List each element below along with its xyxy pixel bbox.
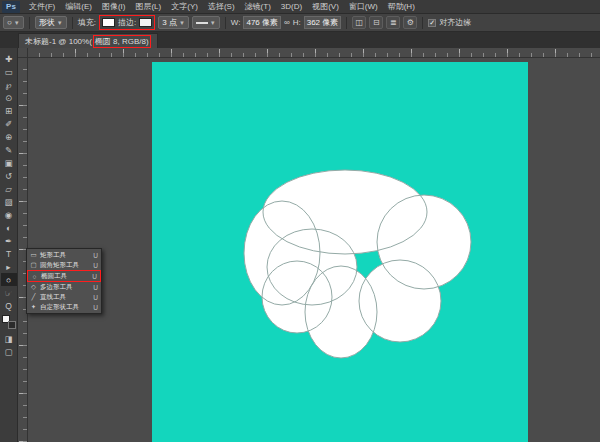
photoshop-logo: Ps: [2, 1, 20, 13]
healing-brush-tool[interactable]: ⊕: [1, 130, 17, 143]
path-operations-icon[interactable]: ◫: [352, 16, 366, 29]
menu-item-filter[interactable]: 滤镜(T): [240, 0, 276, 14]
pasteboard: [28, 58, 600, 442]
align-edges-checkbox[interactable]: ✓: [428, 19, 436, 27]
flyout-item-label: 椭圆工具: [41, 272, 89, 281]
stroke-color-swatch[interactable]: [139, 18, 152, 27]
fill-stroke-annotation-box: 描边:: [99, 15, 155, 30]
chevron-down-icon: ▼: [57, 20, 63, 26]
tool-preset-picker[interactable]: ○ ▼: [3, 16, 24, 29]
menu-item-type[interactable]: 文字(Y): [166, 0, 203, 14]
shortcut-key: U: [93, 294, 98, 301]
flyout-item-ellipse-tool[interactable]: ○ 椭圆工具 U: [27, 270, 101, 282]
menu-item-window[interactable]: 窗口(W): [344, 0, 383, 14]
path-selection-tool[interactable]: ▸: [1, 260, 17, 273]
gear-icon[interactable]: ⚙: [403, 16, 417, 29]
clone-stamp-tool[interactable]: ▣: [1, 156, 17, 169]
chevron-down-icon: ▼: [14, 20, 20, 26]
fill-label: 填充:: [78, 17, 96, 28]
rounded-rectangle-icon: ▢: [30, 261, 37, 269]
screen-mode-button[interactable]: ▢: [1, 345, 17, 358]
marquee-tool[interactable]: ▭: [1, 65, 17, 78]
shape-tools-flyout-menu: ▭ 矩形工具 U ▢ 圆角矩形工具 U ○ 椭圆工具 U ◇ 多边形工具 U ╱…: [26, 248, 102, 314]
shortcut-key: U: [92, 273, 97, 280]
ellipse-tool-icon: ○: [7, 18, 12, 27]
shortcut-key: U: [93, 252, 98, 259]
tool-options-bar: ○ ▼ 形状 ▼ 填充: 描边: 3 点 ▼ ▼ W: 476 像素 ∞ H: …: [0, 14, 600, 32]
align-edges-label: 对齐边缘: [439, 17, 471, 28]
ruler-corner: [18, 48, 28, 58]
document-title-prefix: 未标题-1 @ 100%(: [25, 36, 92, 47]
stroke-width-value: 3 点: [162, 17, 177, 28]
stroke-width-select[interactable]: 3 点 ▼: [158, 16, 189, 29]
history-brush-tool[interactable]: ↺: [1, 169, 17, 182]
blur-tool[interactable]: ◉: [1, 208, 17, 221]
rectangle-icon: ▭: [30, 251, 37, 259]
shortcut-key: U: [93, 304, 98, 311]
zoom-tool[interactable]: Q: [1, 299, 17, 312]
tool-mode-select[interactable]: 形状 ▼: [35, 16, 67, 29]
horizontal-ruler: [28, 48, 600, 58]
stroke-label: 描边:: [118, 17, 136, 28]
quick-mask-button[interactable]: ◨: [1, 332, 17, 345]
flyout-item-polygon-tool[interactable]: ◇ 多边形工具 U: [27, 282, 101, 292]
pen-tool[interactable]: ✒: [1, 234, 17, 247]
menu-item-layer[interactable]: 图层(L): [130, 0, 166, 14]
move-tool[interactable]: ✚: [1, 52, 17, 65]
menu-item-view[interactable]: 视图(V): [307, 0, 344, 14]
menu-bar: Ps 文件(F) 编辑(E) 图像(I) 图层(L) 文字(Y) 选择(S) 滤…: [0, 0, 600, 14]
separator: [346, 17, 347, 29]
menu-item-image[interactable]: 图像(I): [97, 0, 131, 14]
separator: [225, 17, 226, 29]
crop-tool[interactable]: ⊞: [1, 104, 17, 117]
document-tab-bar: 未标题-1 @ 100%( 椭圆 8, RGB/8): [0, 32, 600, 48]
line-icon: ╱: [30, 293, 37, 301]
quick-selection-tool[interactable]: ⊙: [1, 91, 17, 104]
flyout-item-rectangle-tool[interactable]: ▭ 矩形工具 U: [27, 250, 101, 260]
height-input[interactable]: 362 像素: [304, 16, 342, 29]
dodge-tool[interactable]: ◐: [1, 221, 17, 234]
separator: [29, 17, 30, 29]
chevron-down-icon: ▼: [210, 20, 216, 26]
brush-tool[interactable]: ✎: [1, 143, 17, 156]
menu-item-help[interactable]: 帮助(H): [383, 0, 420, 14]
eyedropper-tool[interactable]: ✐: [1, 117, 17, 130]
menu-item-select[interactable]: 选择(S): [203, 0, 240, 14]
hand-tool[interactable]: ☞: [1, 286, 17, 299]
color-swatches[interactable]: [2, 315, 16, 329]
canvas[interactable]: [152, 62, 528, 442]
tools-panel: ✚ ▭ ℘ ⊙ ⊞ ✐ ⊕ ✎ ▣ ↺ ▱ ▨ ◉ ◐ ✒ T ▸ ○ ☞ Q …: [0, 48, 18, 442]
solid-line-icon: [196, 22, 208, 24]
flyout-item-rounded-rectangle-tool[interactable]: ▢ 圆角矩形工具 U: [27, 260, 101, 270]
gradient-tool[interactable]: ▨: [1, 195, 17, 208]
menu-item-file[interactable]: 文件(F): [24, 0, 60, 14]
path-alignment-icon[interactable]: ⊟: [369, 16, 383, 29]
path-arrange-icon[interactable]: ≣: [386, 16, 400, 29]
link-dimensions-icon[interactable]: ∞: [284, 18, 290, 27]
width-input[interactable]: 476 像素: [243, 16, 281, 29]
background-color-swatch[interactable]: [8, 321, 16, 329]
chevron-down-icon: ▼: [179, 20, 185, 26]
shortcut-key: U: [93, 284, 98, 291]
menu-item-edit[interactable]: 编辑(E): [60, 0, 97, 14]
eraser-tool[interactable]: ▱: [1, 182, 17, 195]
flyout-item-label: 多边形工具: [40, 283, 90, 292]
type-tool[interactable]: T: [1, 247, 17, 260]
flyout-item-label: 自定形状工具: [40, 303, 90, 312]
document-tab[interactable]: 未标题-1 @ 100%( 椭圆 8, RGB/8): [18, 33, 158, 48]
flyout-item-custom-shape-tool[interactable]: ✦ 自定形状工具 U: [27, 302, 101, 312]
fill-color-swatch[interactable]: [102, 18, 115, 27]
separator: [422, 17, 423, 29]
ellipse-shape-tool[interactable]: ○: [1, 273, 17, 286]
height-label: H:: [293, 18, 301, 27]
stroke-style-picker[interactable]: ▼: [192, 16, 220, 29]
separator: [72, 17, 73, 29]
flyout-item-line-tool[interactable]: ╱ 直线工具 U: [27, 292, 101, 302]
cloud-shape-svg: [152, 62, 528, 442]
lasso-tool[interactable]: ℘: [1, 78, 17, 91]
ellipse-icon: ○: [31, 273, 38, 280]
tool-mode-value: 形状: [39, 17, 55, 28]
flyout-item-label: 直线工具: [40, 293, 90, 302]
flyout-item-label: 矩形工具: [40, 251, 90, 260]
menu-item-3d[interactable]: 3D(D): [276, 0, 307, 14]
